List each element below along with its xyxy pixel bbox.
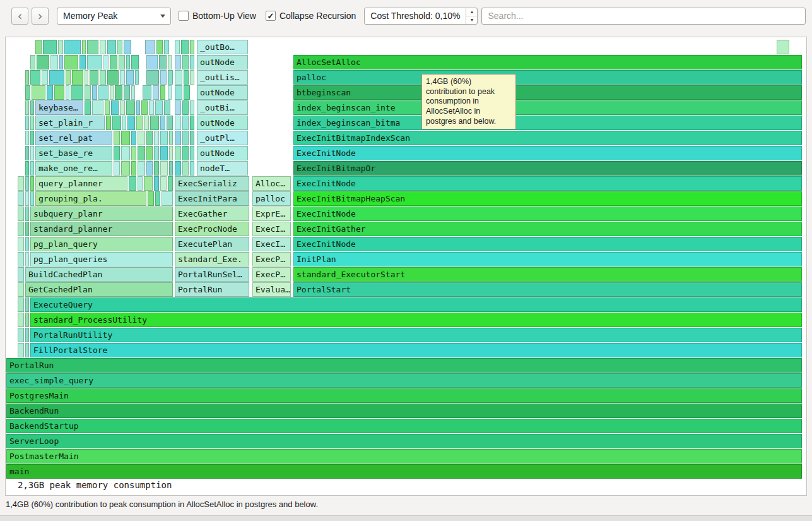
flame-frame[interactable]: set_plain_r: [35, 116, 105, 130]
flame-frame[interactable]: [175, 161, 181, 176]
flame-frame[interactable]: query_planner: [35, 176, 127, 191]
flame-frame[interactable]: Evalua…: [252, 282, 291, 297]
flame-frame[interactable]: ExecInitNode: [293, 207, 802, 221]
flame-frame[interactable]: [145, 40, 155, 54]
flame-frame[interactable]: [175, 85, 182, 100]
flame-frame[interactable]: [25, 116, 29, 130]
flame-frame[interactable]: [138, 176, 143, 191]
flame-frame[interactable]: [190, 146, 194, 160]
flame-frame[interactable]: [120, 100, 125, 115]
flame-frame[interactable]: [120, 70, 125, 85]
flame-frame[interactable]: [79, 55, 86, 69]
flame-frame[interactable]: PostgresMain: [6, 388, 802, 403]
flame-frame[interactable]: PostmasterMain: [6, 449, 802, 464]
flame-frame[interactable]: [18, 297, 24, 312]
flame-frame[interactable]: [160, 161, 168, 176]
flame-frame[interactable]: [159, 55, 167, 69]
flame-frame[interactable]: [169, 131, 173, 145]
flame-frame[interactable]: PortalRun: [6, 358, 802, 373]
flame-frame[interactable]: [160, 116, 165, 130]
flame-frame[interactable]: standard_Exe.: [175, 252, 249, 266]
flame-frame[interactable]: [167, 116, 173, 130]
flame-frame[interactable]: [190, 70, 194, 85]
flame-frame[interactable]: [124, 85, 130, 100]
flame-frame[interactable]: [144, 116, 149, 130]
flame-frame[interactable]: [146, 161, 153, 176]
flame-frame[interactable]: [126, 70, 134, 85]
flame-frame[interactable]: [175, 131, 181, 145]
flame-frame[interactable]: [131, 146, 136, 160]
flame-frame[interactable]: [182, 131, 189, 145]
flame-frame[interactable]: [30, 70, 40, 85]
flame-frame[interactable]: [136, 100, 140, 115]
flame-frame[interactable]: [160, 70, 167, 85]
flame-frame[interactable]: [190, 131, 194, 145]
flame-frame[interactable]: [182, 161, 189, 176]
flame-frame[interactable]: [124, 40, 131, 54]
flame-frame[interactable]: PortalRunSel…: [175, 267, 249, 282]
flame-frame[interactable]: [148, 191, 154, 206]
flame-frame[interactable]: [25, 100, 29, 115]
flame-frame[interactable]: BuildCachedPlan: [25, 267, 173, 282]
flame-frame[interactable]: ExecInitBitmapOr: [293, 161, 802, 176]
flame-frame[interactable]: standard_planner: [30, 222, 173, 236]
flame-frame[interactable]: [175, 40, 180, 54]
flame-frame[interactable]: [107, 40, 116, 54]
flame-frame[interactable]: [18, 176, 24, 191]
flame-frame[interactable]: PortalRunUtility: [30, 328, 802, 342]
flame-frame[interactable]: [154, 146, 159, 160]
flame-frame[interactable]: [25, 313, 29, 327]
flame-frame[interactable]: BackendRun: [6, 404, 802, 418]
flame-frame[interactable]: [131, 55, 139, 69]
flame-frame[interactable]: [112, 116, 121, 130]
flame-frame[interactable]: Alloc…: [252, 176, 291, 191]
flame-frame[interactable]: [126, 55, 130, 69]
flame-frame[interactable]: [154, 131, 159, 145]
flame-frame[interactable]: standard_ExecutorStart: [293, 267, 802, 282]
flame-frame[interactable]: [110, 55, 117, 69]
flame-frame[interactable]: [85, 85, 91, 100]
flame-frame[interactable]: [175, 70, 182, 85]
flame-frame[interactable]: [135, 70, 139, 85]
flame-frame[interactable]: standard_ProcessUtility: [30, 313, 802, 327]
flame-frame[interactable]: ServerLoop: [6, 434, 802, 448]
flame-frame[interactable]: [168, 55, 172, 69]
flame-frame[interactable]: [168, 70, 173, 85]
flame-frame[interactable]: [47, 85, 53, 100]
flame-frame[interactable]: [18, 328, 24, 342]
flame-frame[interactable]: outNode: [197, 55, 248, 69]
flame-frame[interactable]: [25, 161, 29, 176]
flame-frame[interactable]: [18, 343, 24, 357]
flame-frame[interactable]: [150, 116, 159, 130]
flame-frame[interactable]: [190, 40, 194, 54]
flame-frame[interactable]: [144, 176, 153, 191]
flame-frame[interactable]: pg_plan_queries: [30, 252, 173, 266]
flame-frame[interactable]: [25, 297, 29, 312]
flame-frame[interactable]: [42, 70, 48, 85]
flame-frame[interactable]: [117, 40, 122, 54]
flame-frame[interactable]: index_beginscan_inte: [293, 100, 802, 115]
flame-frame[interactable]: ExecInitNode: [293, 146, 802, 160]
flame-frame[interactable]: pg_plan_query: [30, 237, 173, 251]
flame-frame[interactable]: GetCachedPlan: [25, 282, 173, 297]
flame-frame[interactable]: [115, 85, 122, 100]
flame-frame[interactable]: outNode: [197, 85, 248, 100]
flame-frame[interactable]: [100, 70, 106, 85]
flame-frame[interactable]: [66, 85, 69, 100]
flame-frame[interactable]: [169, 161, 173, 176]
flame-frame[interactable]: [87, 40, 98, 54]
flame-frame[interactable]: [146, 55, 158, 69]
flame-frame[interactable]: [136, 116, 143, 130]
flame-frame[interactable]: [131, 161, 136, 176]
flame-frame[interactable]: [190, 161, 194, 176]
flame-frame[interactable]: [25, 343, 29, 357]
flame-frame[interactable]: [131, 85, 135, 100]
flame-frame[interactable]: keybase…: [35, 100, 83, 115]
flame-frame[interactable]: outNode: [197, 146, 248, 160]
flame-frame[interactable]: nodeT…: [197, 161, 248, 176]
flame-frame[interactable]: [164, 40, 169, 54]
flame-frame[interactable]: [175, 146, 181, 160]
flame-frame[interactable]: [175, 55, 181, 69]
flame-frame[interactable]: [18, 252, 24, 266]
flame-frame[interactable]: [30, 131, 34, 145]
